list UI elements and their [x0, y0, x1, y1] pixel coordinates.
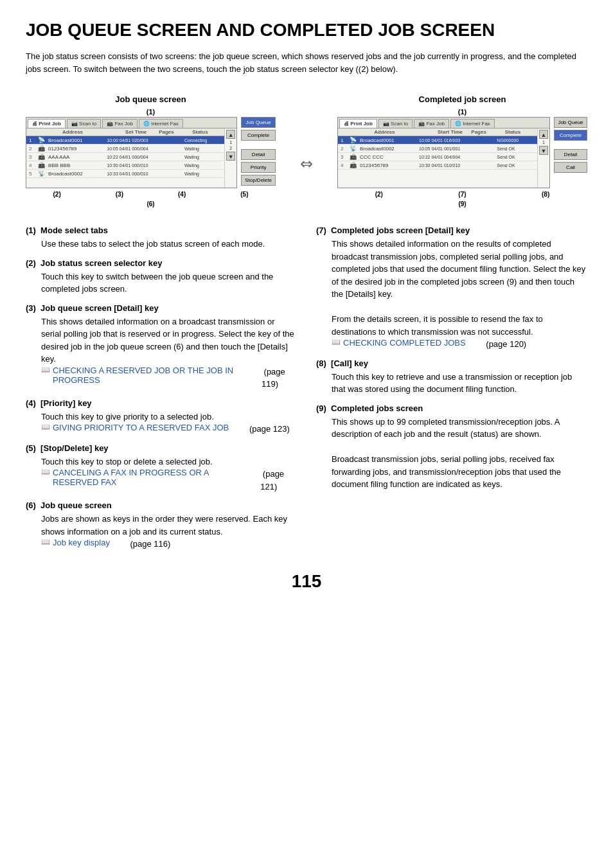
- left-pager-2: 2: [226, 146, 235, 150]
- desc-heading-8: (8) [Call] key: [316, 359, 587, 368]
- left-job-icon-4: 📠: [38, 162, 46, 168]
- desc-item-9: (9) Completed jobs screen This shows up …: [316, 403, 587, 491]
- desc-item-3: (3) Job queue screen [Detail] key This s…: [26, 303, 297, 391]
- left-tab-fax[interactable]: 📠 Fax Job: [102, 119, 138, 128]
- right-job-time-2: 10:05 04/01 001/001: [419, 146, 494, 151]
- desc-item-6: (6) Job queue screen Jobs are shown as k…: [26, 500, 297, 551]
- page-number: 115: [26, 571, 587, 592]
- right-job-row-1[interactable]: 1 📡 Broadcast0001 10:00 04/01 016/003 NG…: [338, 136, 537, 145]
- left-pager-down[interactable]: ▼: [226, 152, 235, 161]
- left-tab-print[interactable]: 🖨 Print Job: [28, 119, 66, 128]
- right-job-time-4: 10:30 04/01 010/010: [419, 163, 494, 168]
- left-job-row-4[interactable]: 4 📠 BBB BBB 10:30 04/01 000/010 Waiting: [26, 161, 224, 170]
- desc-text-9: This shows up to 99 completed transmissi…: [332, 416, 587, 491]
- desc-heading-9: (9) Completed jobs screen: [316, 403, 587, 413]
- left-screen-right: ▲ 1 2 ▼: [224, 128, 236, 188]
- right-job-row-3[interactable]: 3 📠 CCC CCC 10:22 04/01 004/004 Send OK: [338, 153, 537, 161]
- desc-link-line-5: 📖 CANCELING A FAX IN PROGRESS OR A RESER…: [41, 468, 297, 493]
- left-job-icon-2: 📠: [38, 145, 46, 152]
- right-tab-scan[interactable]: 📷 Scan to: [378, 119, 413, 128]
- left-side-buttons: Job Queue Complete Detail Priority Stop/…: [241, 117, 276, 186]
- right-job-row-2[interactable]: 2 📡 Broadcast0002 10:05 04/01 001/001 Se…: [338, 145, 537, 153]
- right-annotation-9: (9): [337, 200, 587, 208]
- right-annotation-2: (2): [375, 191, 383, 198]
- desc-link-6[interactable]: Job key display: [53, 538, 110, 547]
- left-job-status-4: Waiting: [184, 163, 222, 168]
- desc-heading-6: (6) Job queue screen: [26, 500, 297, 510]
- right-btn-detail[interactable]: Detail: [554, 149, 587, 160]
- desc-item-2: (2) Job status screen selector key Touch…: [26, 258, 297, 296]
- left-btn-detail[interactable]: Detail: [241, 149, 276, 160]
- book-icon-6: 📖: [41, 538, 50, 546]
- left-job-status-1: Connecting: [184, 138, 222, 143]
- right-tab-print[interactable]: 🖨 Print Job: [339, 119, 377, 128]
- left-job-addr-2: 0123456789: [48, 146, 104, 152]
- left-btn-stop-delete[interactable]: Stop/Delete: [241, 175, 276, 186]
- right-screen-inner: Address Start Time Pages Status 1 📡 Broa…: [338, 128, 549, 188]
- book-icon-4: 📖: [41, 423, 50, 431]
- page-title: JOB QUEUE SCREEN AND COMPLETED JOB SCREE…: [26, 19, 587, 41]
- right-job-icon-2: 📡: [350, 145, 357, 152]
- left-header-time: Set Time: [125, 129, 155, 135]
- left-job-icon-1: 📡: [38, 137, 46, 143]
- left-tab-scan[interactable]: 📷 Scan to: [67, 119, 101, 128]
- left-job-row-3[interactable]: 3 📠 AAA AAA 10:22 04/01 000/004 Waiting: [26, 153, 224, 161]
- desc-text-2: Touch this key to switch between the job…: [41, 270, 297, 296]
- right-screen-tabs: 🖨 Print Job 📷 Scan to 📠 Fax Job 🌐 Intern…: [338, 118, 549, 128]
- desc-item-4: (4) [Priority] key Touch this key to giv…: [26, 398, 297, 436]
- intro-paragraph: The job status screen consists of two sc…: [26, 50, 587, 77]
- desc-link-3[interactable]: CHECKING A RESERVED JOB OR THE JOB IN PR…: [53, 366, 244, 385]
- left-job-row-2[interactable]: 2 📠 0123456789 10:05 04/01 000/004 Waiti…: [26, 145, 224, 153]
- left-job-time-3: 10:22 04/01 000/004: [107, 155, 182, 159]
- desc-link-line-3: 📖 CHECKING A RESERVED JOB OR THE JOB IN …: [41, 366, 297, 391]
- left-job-status-5: Waiting: [184, 172, 222, 176]
- left-btn-job-queue[interactable]: Job Queue: [241, 117, 276, 128]
- right-pager-up[interactable]: ▲: [539, 130, 548, 139]
- left-job-row-5[interactable]: 5 📡 Broadcast0002 10:33 04/01 000/010 Wa…: [26, 170, 224, 178]
- desc-link-5[interactable]: CANCELING A FAX IN PROGRESS OR A RESERVE…: [53, 468, 242, 487]
- left-job-num-3: 3: [29, 154, 35, 160]
- left-annotation-5: (5): [240, 191, 248, 198]
- left-tab-inet[interactable]: 🌐 Internet Fax: [139, 119, 183, 128]
- right-btn-complete[interactable]: Complete: [554, 130, 587, 141]
- left-btn-priority[interactable]: Priority: [241, 162, 276, 173]
- left-job-row-1[interactable]: 1 📡 Broadcast0001 10:00 04/01 020/003 Co…: [26, 136, 224, 145]
- left-annotation-3: (3): [116, 191, 123, 198]
- desc-text-3: This shows detailed information on a bro…: [41, 315, 297, 366]
- left-pager-up[interactable]: ▲: [226, 130, 235, 139]
- left-screen-wrapper: 🖨 Print Job 📷 Scan to 📠 Fax Job 🌐 Intern…: [26, 117, 276, 188]
- right-btn-job-queue[interactable]: Job Queue: [554, 117, 587, 128]
- screens-row: Job queue screen (1) 🖨 Print Job 📷 Scan …: [26, 94, 587, 208]
- desc-heading-2: (2) Job status screen selector key: [26, 258, 297, 268]
- right-pager-down[interactable]: ▼: [539, 146, 548, 155]
- left-job-status-2: Waiting: [184, 146, 222, 151]
- right-header-time: Start Time: [438, 129, 467, 135]
- left-annotation-1: (1): [26, 108, 276, 116]
- left-screen-title: Job queue screen: [26, 94, 276, 104]
- right-job-num-2: 2: [341, 146, 347, 152]
- left-btn-complete[interactable]: Complete: [241, 130, 276, 141]
- desc-link-7[interactable]: CHECKING COMPLETED JOBS: [343, 338, 466, 348]
- right-job-icon-3: 📠: [350, 154, 357, 160]
- left-job-addr-1: Broadcast0001: [48, 137, 104, 143]
- left-job-time-5: 10:33 04/01 000/010: [107, 172, 182, 176]
- right-tab-inet[interactable]: 🌐 Internet Fax: [450, 119, 495, 128]
- desc-text-5: Touch this key to stop or delete a selec…: [41, 456, 297, 468]
- desc-link-line-4: 📖 GIVING PRIORITY TO A RESERVED FAX JOB …: [41, 423, 297, 436]
- right-jobs-area: 1 📡 Broadcast0001 10:00 04/01 016/003 NG…: [338, 136, 537, 188]
- right-job-row-4[interactable]: 4 📠 0123456789 10:30 04/01 010/010 Send …: [338, 161, 537, 170]
- left-header-status: Status: [192, 129, 222, 135]
- right-job-status-3: Send OK: [497, 155, 535, 159]
- right-tab-fax[interactable]: 📠 Fax Job: [414, 119, 449, 128]
- left-screen-box: 🖨 Print Job 📷 Scan to 📠 Fax Job 🌐 Intern…: [26, 117, 237, 188]
- desc-link-4[interactable]: GIVING PRIORITY TO A RESERVED FAX JOB: [53, 423, 229, 432]
- desc-heading-5: (5) [Stop/Delete] key: [26, 443, 297, 453]
- right-job-status-2: Send OK: [497, 146, 535, 151]
- book-icon-3: 📖: [41, 366, 50, 374]
- right-header-pages: Pages: [471, 129, 501, 135]
- left-job-addr-3: AAA AAA: [48, 154, 104, 160]
- right-btn-call[interactable]: Call: [554, 162, 587, 173]
- right-side-buttons: Job Queue Complete Detail Call: [554, 117, 587, 173]
- desc-heading-7: (7) Completed jobs screen [Detail] key: [316, 226, 587, 235]
- book-icon-7: 📖: [332, 338, 341, 346]
